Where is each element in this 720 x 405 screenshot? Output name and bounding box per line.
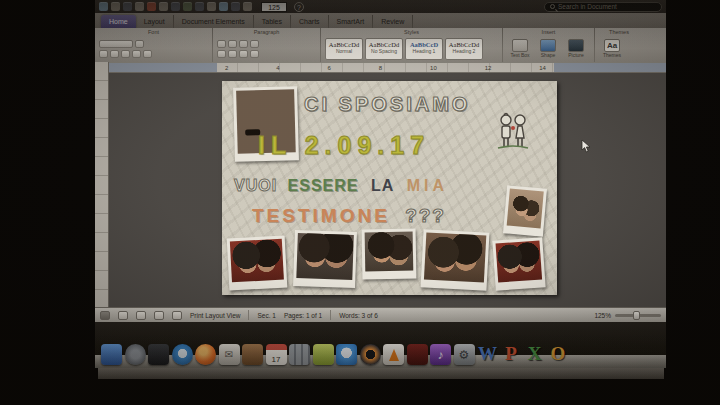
photos-icon[interactable] bbox=[289, 344, 310, 365]
insert-chart-icon[interactable] bbox=[231, 2, 240, 11]
messages-icon[interactable] bbox=[336, 344, 357, 365]
dock: ✉ 17 ♪ ⚙ W P X O bbox=[101, 342, 569, 365]
vertical-ruler[interactable] bbox=[95, 62, 109, 307]
zoom-value-box[interactable]: 125 bbox=[261, 2, 287, 12]
italic-button[interactable] bbox=[110, 50, 119, 58]
cut-icon[interactable] bbox=[147, 2, 156, 11]
justify-button[interactable] bbox=[250, 50, 259, 58]
strikethrough-button[interactable] bbox=[132, 50, 141, 58]
contacts-icon[interactable] bbox=[242, 344, 263, 365]
page-indicator[interactable]: Pages: 1 of 1 bbox=[284, 312, 322, 319]
font-size-dropdown[interactable] bbox=[135, 40, 144, 48]
outlook-app-icon[interactable]: O bbox=[548, 342, 569, 365]
word-testimone: TESTIMONE bbox=[252, 205, 390, 226]
music-icon[interactable]: ♪ bbox=[430, 344, 451, 365]
group-label-insert: Insert bbox=[507, 29, 590, 36]
ruler-number: 8 bbox=[379, 65, 382, 71]
font-color-button[interactable] bbox=[143, 50, 152, 58]
insert-shape-button[interactable]: Shape bbox=[535, 39, 561, 58]
bold-button[interactable] bbox=[99, 50, 108, 58]
polaroid-bottom-5[interactable] bbox=[492, 237, 545, 290]
excel-app-icon[interactable]: X bbox=[524, 342, 545, 365]
polaroid-bottom-1[interactable] bbox=[227, 236, 288, 291]
insert-table-icon[interactable] bbox=[219, 2, 228, 11]
open-icon[interactable] bbox=[111, 2, 120, 11]
outline-view-button[interactable] bbox=[118, 311, 128, 320]
word-app-icon[interactable]: W bbox=[477, 342, 498, 365]
themes-icon: Aa bbox=[604, 39, 620, 52]
divider bbox=[330, 310, 331, 320]
search-input[interactable]: Search in Document bbox=[544, 2, 662, 12]
insert-picture-button[interactable]: Picture bbox=[563, 39, 589, 58]
print-layout-view-button[interactable] bbox=[154, 311, 164, 320]
zoom-slider-knob[interactable] bbox=[633, 311, 640, 320]
format-painter-icon[interactable] bbox=[183, 2, 192, 11]
undo-icon[interactable] bbox=[195, 2, 204, 11]
bullets-button[interactable] bbox=[217, 40, 226, 48]
show-formatting-icon[interactable] bbox=[243, 2, 252, 11]
polaroid-bottom-2[interactable] bbox=[293, 230, 357, 288]
itunes-classic-icon[interactable] bbox=[360, 344, 381, 365]
view-label: Print Layout View bbox=[190, 312, 240, 319]
save-icon[interactable] bbox=[123, 2, 132, 11]
style-label: Heading 1 bbox=[406, 48, 442, 54]
style-normal[interactable]: AaBbCcDd Normal bbox=[325, 38, 363, 60]
publishing-view-button[interactable] bbox=[136, 311, 146, 320]
style-no-spacing[interactable]: AaBbCcDd No Spacing bbox=[365, 38, 403, 60]
finder-icon[interactable] bbox=[101, 344, 122, 365]
word-count[interactable]: Words: 3 of 6 bbox=[339, 312, 378, 319]
search-icon bbox=[550, 4, 555, 9]
polaroid-bottom-4[interactable] bbox=[421, 229, 490, 290]
word-window: 125 ? Search in Document Home Layout Doc… bbox=[95, 0, 666, 368]
photo-editor-icon[interactable] bbox=[407, 344, 428, 365]
vlc-icon[interactable] bbox=[383, 344, 404, 365]
system-preferences-icon[interactable]: ⚙ bbox=[454, 344, 475, 365]
insert-text-box-button[interactable]: Text Box bbox=[507, 39, 533, 58]
tab-document-elements[interactable]: Document Elements bbox=[174, 15, 254, 28]
bride-groom-clipart[interactable] bbox=[495, 111, 531, 151]
style-heading-2[interactable]: AaBbCcDd Heading 2 bbox=[445, 38, 483, 60]
line-spacing-button[interactable] bbox=[250, 40, 259, 48]
launchpad-icon[interactable] bbox=[125, 344, 146, 365]
tab-layout[interactable]: Layout bbox=[136, 15, 174, 28]
align-center-button[interactable] bbox=[228, 50, 237, 58]
notes-icon[interactable] bbox=[313, 344, 334, 365]
print-icon[interactable] bbox=[135, 2, 144, 11]
align-right-button[interactable] bbox=[239, 50, 248, 58]
safari-icon[interactable] bbox=[172, 344, 193, 365]
paste-icon[interactable] bbox=[171, 2, 180, 11]
numbering-button[interactable] bbox=[228, 40, 237, 48]
tab-smartart[interactable]: SmartArt bbox=[329, 15, 374, 28]
style-heading-1[interactable]: AaBbCcD Heading 1 bbox=[405, 38, 443, 60]
section-indicator[interactable]: Sec. 1 bbox=[257, 312, 275, 319]
draft-view-button[interactable] bbox=[100, 311, 110, 320]
notebook-view-button[interactable] bbox=[172, 311, 182, 320]
copy-icon[interactable] bbox=[159, 2, 168, 11]
terminal-icon[interactable] bbox=[148, 344, 169, 365]
calendar-icon[interactable]: 17 bbox=[266, 344, 287, 365]
redo-icon[interactable] bbox=[207, 2, 216, 11]
font-name-dropdown[interactable] bbox=[99, 40, 133, 48]
new-document-icon[interactable] bbox=[99, 2, 108, 11]
shape-icon bbox=[540, 39, 556, 52]
polaroid-side-photo[interactable] bbox=[503, 185, 547, 236]
indent-button[interactable] bbox=[239, 40, 248, 48]
tab-home[interactable]: Home bbox=[101, 15, 136, 28]
ribbon-group-themes: Themes Aa Themes bbox=[595, 28, 643, 62]
tab-tables[interactable]: Tables bbox=[254, 15, 291, 28]
zoom-slider[interactable] bbox=[615, 314, 661, 317]
powerpoint-app-icon[interactable]: P bbox=[501, 342, 522, 365]
friends-photo-1 bbox=[230, 239, 284, 283]
ruler-number: 2 bbox=[225, 65, 228, 71]
horizontal-ruler[interactable]: 2 4 6 8 10 12 14 bbox=[109, 62, 666, 73]
tab-review[interactable]: Review bbox=[373, 15, 413, 28]
align-left-button[interactable] bbox=[217, 50, 226, 58]
tab-charts[interactable]: Charts bbox=[291, 15, 329, 28]
document-page[interactable]: CI SPOSIAMO IL 2.09.17 VUOI bbox=[222, 81, 557, 295]
underline-button[interactable] bbox=[121, 50, 130, 58]
polaroid-bottom-3[interactable] bbox=[362, 229, 417, 280]
themes-button[interactable]: Aa Themes bbox=[599, 39, 625, 58]
firefox-icon[interactable] bbox=[195, 344, 216, 365]
help-icon[interactable]: ? bbox=[294, 2, 304, 12]
mail-icon[interactable]: ✉ bbox=[219, 344, 240, 365]
